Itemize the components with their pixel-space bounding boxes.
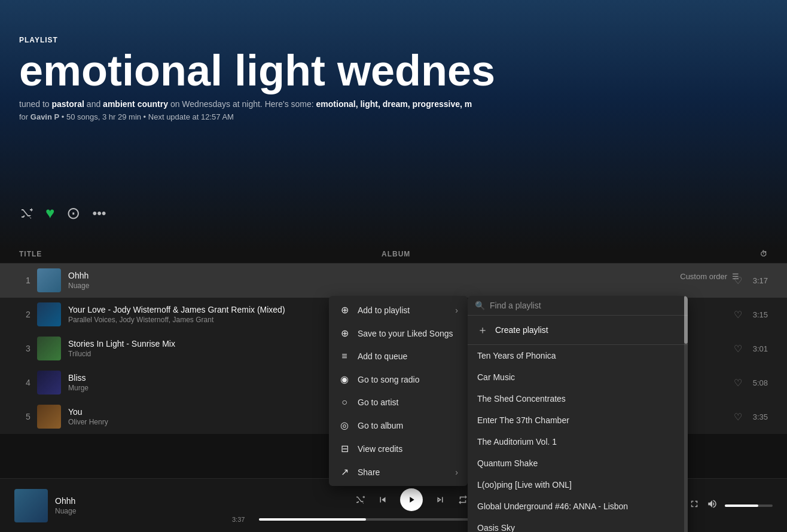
prev-icon xyxy=(377,494,388,505)
clock-icon: ⏱ xyxy=(760,250,768,258)
heart-button[interactable]: ♥ xyxy=(45,204,54,222)
share-icon: ↗ xyxy=(338,466,350,478)
fullscreen-button[interactable] xyxy=(689,499,700,512)
context-add-to-playlist[interactable]: ⊕ Add to playlist › xyxy=(329,298,468,322)
context-view-credits[interactable]: ⊟ View credits xyxy=(329,437,468,460)
track-thumbnail xyxy=(37,405,61,429)
song-radio-label: Go to song radio xyxy=(358,375,420,384)
track-name: Ohhh xyxy=(68,271,394,280)
context-song-radio[interactable]: ◉ Go to song radio xyxy=(329,368,468,391)
view-credits-label: View credits xyxy=(358,444,402,454)
track-actions: ♡ 3:01 xyxy=(732,343,768,354)
volume-button[interactable] xyxy=(707,499,718,512)
shuffle-player-button[interactable] xyxy=(355,494,365,505)
track-heart-icon[interactable]: ♡ xyxy=(734,343,742,354)
track-duration: 3:15 xyxy=(747,310,768,319)
track-number: 4 xyxy=(19,378,37,387)
playlist-meta: for Gavin P • 50 songs, 3 hr 29 min • Ne… xyxy=(19,112,768,121)
save-liked-icon: ⊕ xyxy=(338,328,350,339)
context-save-liked[interactable]: ⊕ Save to your Liked Songs xyxy=(329,322,468,345)
list-item[interactable]: Oasis Sky xyxy=(468,517,688,532)
playlist-description: tuned to pastoral and ambient country on… xyxy=(19,99,768,109)
playlist-title-text: emotional light wednes xyxy=(19,47,495,94)
playlist-search-input[interactable] xyxy=(490,301,681,310)
controls-bar: ♥ ⊙ ••• xyxy=(19,203,106,223)
fullscreen-icon xyxy=(689,499,700,509)
list-item[interactable]: Enter The 37th Chamber xyxy=(468,409,688,431)
list-item[interactable]: L(oo)ping [Live with ONL] xyxy=(468,474,688,496)
col-album-header: Album xyxy=(382,250,732,258)
track-heart-icon[interactable]: ♡ xyxy=(734,377,742,389)
submenu-search-container: 🔍 xyxy=(468,296,688,316)
share-arrow-icon: › xyxy=(455,467,458,477)
track-thumbnail xyxy=(37,268,61,292)
shuffle-button[interactable] xyxy=(19,206,33,221)
share-label: Share xyxy=(358,467,380,477)
track-duration: 5:08 xyxy=(747,378,768,387)
volume-bar[interactable] xyxy=(725,505,773,507)
player-track-details: Ohhh Nuage xyxy=(55,496,76,515)
plus-icon: ＋ xyxy=(477,323,488,337)
arrow-icon: › xyxy=(455,305,458,315)
create-playlist-button[interactable]: ＋ Create playlist xyxy=(468,316,688,345)
go-album-label: Go to album xyxy=(358,421,403,430)
playlist-list: Ten Years of Phonica Car Music The Shed … xyxy=(468,345,688,532)
list-item[interactable]: Quantum Shake xyxy=(468,452,688,474)
col-title-header: Title xyxy=(19,250,370,258)
add-to-playlist-icon: ⊕ xyxy=(338,304,350,316)
track-actions: ♡ 5:08 xyxy=(732,377,768,389)
tracklist-header: Title Album ⏱ xyxy=(0,245,787,264)
context-go-album[interactable]: ◎ Go to album xyxy=(329,414,468,437)
go-album-icon: ◎ xyxy=(338,420,350,431)
search-icon: 🔍 xyxy=(475,301,485,310)
list-item[interactable]: Global Underground #46: ANNA - Lisbon xyxy=(468,496,688,517)
more-button[interactable]: ••• xyxy=(92,206,106,221)
add-to-playlist-label: Add to playlist xyxy=(358,305,410,315)
player-buttons xyxy=(355,488,468,511)
track-thumbnail xyxy=(37,302,61,326)
scrollbar-thumb[interactable] xyxy=(684,296,688,344)
track-number: 1 xyxy=(19,276,37,285)
play-pause-button[interactable] xyxy=(400,488,423,511)
track-number: 2 xyxy=(19,310,37,319)
play-icon xyxy=(407,495,416,505)
download-button[interactable]: ⊙ xyxy=(66,203,80,223)
context-share[interactable]: ↗ Share › xyxy=(329,460,468,484)
prev-button[interactable] xyxy=(377,494,388,505)
table-row[interactable]: 1 Ohhh Nuage ♡ 3:17 xyxy=(0,264,787,298)
context-menu: ⊕ Add to playlist › ⊕ Save to your Liked… xyxy=(329,296,468,486)
list-item[interactable]: The Auditorium Vol. 1 xyxy=(468,431,688,452)
track-duration: 3:01 xyxy=(747,344,768,353)
current-time: 3:37 xyxy=(232,516,253,523)
scrollbar-track[interactable] xyxy=(684,296,688,532)
list-item[interactable]: The Shed Concentrates xyxy=(468,388,688,409)
player-track-name: Ohhh xyxy=(55,496,76,506)
track-actions: ♡ 3:35 xyxy=(732,411,768,423)
track-heart-icon[interactable]: ♡ xyxy=(734,411,742,423)
next-button[interactable] xyxy=(435,494,446,505)
track-number: 3 xyxy=(19,344,37,353)
volume-fill xyxy=(725,505,758,507)
player-thumbnail xyxy=(14,489,48,522)
go-artist-icon: ○ xyxy=(338,397,350,408)
context-go-artist[interactable]: ○ Go to artist xyxy=(329,391,468,414)
track-duration: 3:35 xyxy=(747,412,768,421)
track-artist: Nuage xyxy=(68,282,394,290)
track-heart-icon[interactable]: ♡ xyxy=(734,309,742,320)
next-icon xyxy=(435,494,446,505)
playlist-submenu: 🔍 ＋ Create playlist Ten Years of Phonica… xyxy=(468,296,688,532)
list-item[interactable]: Ten Years of Phonica xyxy=(468,345,688,366)
shuffle-player-icon xyxy=(355,494,365,505)
track-actions: ♡ 3:15 xyxy=(732,309,768,320)
list-item[interactable]: Car Music xyxy=(468,366,688,388)
track-heart-icon[interactable]: ♡ xyxy=(734,275,742,286)
track-actions: ♡ 3:17 xyxy=(732,275,768,286)
col-time-header: ⏱ xyxy=(732,250,768,258)
context-add-queue[interactable]: ≡ Add to queue xyxy=(329,345,468,368)
go-artist-label: Go to artist xyxy=(358,398,398,407)
repeat-button[interactable] xyxy=(457,494,468,505)
track-number: 5 xyxy=(19,412,37,421)
save-liked-label: Save to your Liked Songs xyxy=(358,329,453,338)
track-duration: 3:17 xyxy=(747,276,768,285)
playlist-label: Playlist xyxy=(19,36,768,44)
